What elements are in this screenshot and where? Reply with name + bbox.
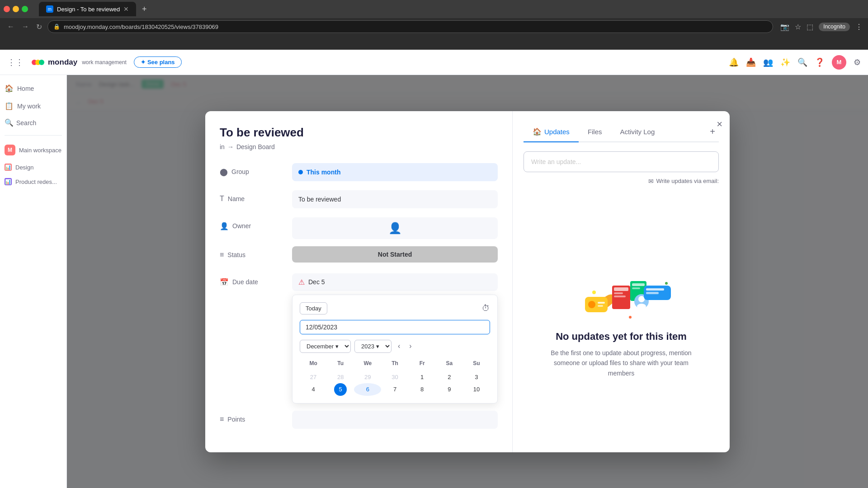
window-maximize-button[interactable] [22, 6, 28, 12]
cal-cell-4[interactable]: 4 [300, 383, 327, 396]
camera-off-icon[interactable]: 📷 [780, 23, 789, 31]
update-input-box[interactable]: Write an update... [524, 151, 719, 172]
cal-header-tu: Tu [327, 358, 354, 368]
cal-cell-29[interactable]: 29 [354, 371, 381, 383]
help-icon[interactable]: ❓ [815, 57, 825, 67]
group-field-label: ⬤ Group [220, 163, 292, 176]
cal-cell-1[interactable]: 1 [409, 371, 436, 383]
cal-cell-5-selected[interactable]: 5 [334, 383, 347, 396]
cal-cell-27[interactable]: 27 [300, 371, 327, 383]
no-updates-illustration [558, 258, 684, 331]
name-field-label: T Name [220, 190, 292, 203]
svg-rect-8 [614, 296, 626, 297]
sidebar-search[interactable]: 🔍 Search [0, 116, 66, 130]
email-update-row: ✉ Write updates via email: [524, 178, 719, 185]
tab-updates[interactable]: 🏠 Updates [524, 122, 579, 142]
svg-point-18 [592, 291, 596, 294]
add-owner-icon: 👤 [388, 222, 402, 235]
svg-point-14 [637, 304, 646, 309]
cal-cell-2[interactable]: 2 [436, 371, 463, 383]
month-select[interactable]: December ▾ [300, 340, 351, 353]
window-minimize-button[interactable] [13, 6, 19, 12]
next-month-button[interactable]: › [406, 340, 414, 352]
cal-cell-9[interactable]: 9 [436, 383, 463, 396]
active-tab[interactable]: m Design - To be reviewed ✕ [39, 2, 136, 16]
email-update-label: Write updates via email: [656, 178, 719, 184]
owner-field-row: 👤 Owner 👤 [220, 217, 498, 239]
new-tab-button[interactable]: + [138, 3, 151, 15]
cal-cell-7[interactable]: 7 [381, 383, 408, 396]
update-placeholder: Write an update... [531, 158, 581, 165]
sidebar-board-design[interactable]: 📊 Design [0, 161, 66, 174]
cal-cell-6[interactable]: 6 [354, 383, 381, 396]
svg-rect-16 [646, 288, 664, 291]
cal-cell-10[interactable]: 10 [463, 383, 490, 396]
extensions-button[interactable]: ⋮ [855, 23, 863, 31]
status-field-row: ≡ Status Not Started [220, 246, 498, 266]
today-button[interactable]: Today [300, 302, 327, 314]
name-field-value[interactable]: To be reviewed [292, 190, 498, 208]
group-field-value[interactable]: This month [292, 163, 498, 181]
modal-left-panel: To be reviewed in → Design Board ⬤ Group [205, 111, 513, 452]
product-board-icon: 📊 [5, 178, 12, 185]
see-plans-button[interactable]: ✦ See plans [134, 56, 182, 68]
star-icon[interactable]: ☆ [795, 23, 801, 31]
group-dot [298, 170, 303, 174]
workspace-item[interactable]: M Main workspace [0, 141, 66, 159]
tab-activity-log[interactable]: Activity Log [611, 122, 664, 142]
search-icon[interactable]: 🔍 [797, 57, 807, 67]
ai-icon[interactable]: ✨ [780, 57, 790, 67]
due-date-field-content: ⚠ Dec 5 Today ⏱ [292, 273, 498, 404]
user-avatar[interactable]: M [832, 55, 846, 70]
cal-cell-30[interactable]: 30 [381, 371, 408, 383]
time-icon[interactable]: ⏱ [482, 304, 490, 313]
year-select[interactable]: 2023 ▾ [354, 340, 392, 353]
tab-files-label: Files [588, 128, 602, 136]
sidebar-divider [5, 135, 62, 136]
notifications-icon[interactable]: 🔔 [729, 57, 739, 67]
cal-header-fr: Fr [409, 358, 436, 368]
status-field-label: ≡ Status [220, 246, 292, 259]
svg-point-22 [588, 301, 595, 308]
sidebar: 🏠 Home 📋 My work 🔍 Search M Main workspa… [0, 75, 67, 488]
points-field-row: ≡ Points [220, 411, 498, 431]
cal-header-mo: Mo [300, 358, 327, 368]
svg-point-2 [39, 60, 44, 65]
points-field-value[interactable] [292, 411, 498, 429]
no-updates-desc: Be the first one to update about progres… [540, 348, 703, 378]
svg-rect-7 [614, 292, 623, 294]
window-close-button[interactable] [4, 6, 10, 12]
prev-month-button[interactable]: ‹ [395, 340, 403, 352]
tab-title: Design - To be reviewed [57, 6, 120, 13]
error-icon: ⚠ [298, 278, 305, 286]
tab-files[interactable]: Files [579, 122, 611, 142]
mywork-icon: 📋 [5, 102, 14, 110]
address-bar[interactable]: 🔒 moodjoy.monday.com/boards/1830420525/v… [47, 20, 773, 33]
sidebar-toggle-button[interactable]: ⬚ [807, 23, 813, 31]
settings-icon[interactable]: ⚙ [854, 57, 861, 67]
calendar-grid: Mo Tu We Th Fr Sa Su [300, 358, 490, 396]
calendar-icon: 📅 [220, 278, 229, 286]
sidebar-board-product[interactable]: 📊 Product redes... [0, 175, 66, 188]
sidebar-item-home[interactable]: 🏠 Home [0, 80, 66, 96]
tab-close-button[interactable]: ✕ [123, 5, 129, 13]
sidebar-item-mywork[interactable]: 📋 My work [0, 98, 66, 114]
cal-cell-8[interactable]: 8 [409, 383, 436, 396]
reload-button[interactable]: ↻ [34, 21, 44, 33]
inbox-icon[interactable]: 📥 [746, 57, 756, 67]
back-button[interactable]: ← [5, 21, 16, 33]
cal-cell-28[interactable]: 28 [327, 371, 354, 383]
cal-cell-3[interactable]: 3 [463, 371, 490, 383]
modal-close-button[interactable]: × [717, 118, 722, 130]
owner-field-value[interactable]: 👤 [292, 217, 498, 239]
home-icon: 🏠 [5, 84, 14, 93]
design-board-label: Design [15, 164, 33, 171]
status-button[interactable]: Not Started [292, 246, 498, 263]
lock-icon: 🔒 [53, 23, 60, 30]
tab-updates-label: Updates [544, 128, 570, 136]
due-date-header[interactable]: ⚠ Dec 5 [292, 273, 498, 291]
people-icon[interactable]: 👥 [763, 57, 773, 67]
grid-icon[interactable]: ⋮⋮ [7, 57, 24, 67]
forward-button[interactable]: → [20, 21, 31, 33]
date-text-input[interactable] [300, 320, 490, 334]
